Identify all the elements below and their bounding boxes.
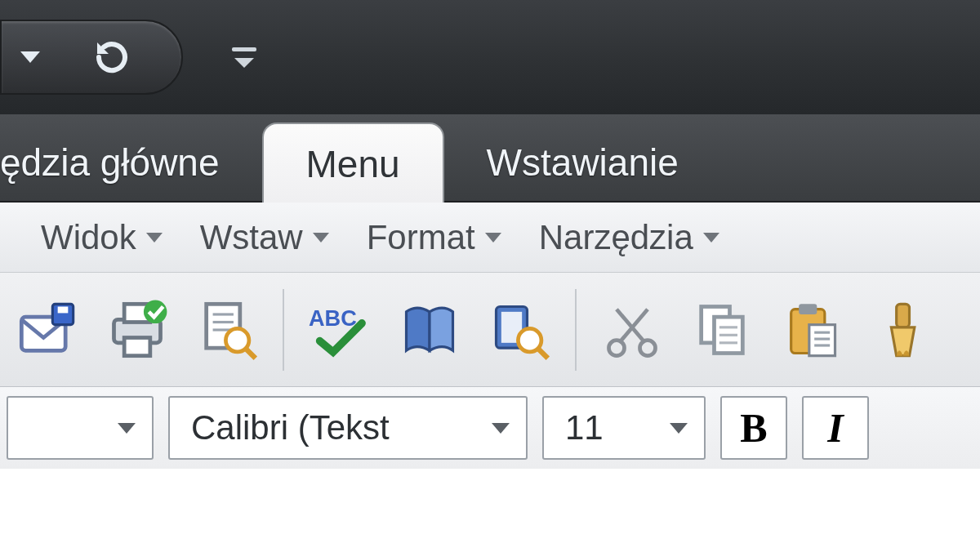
format-painter-button[interactable] [861, 285, 942, 375]
tab-insert[interactable]: Wstawianie [444, 122, 721, 201]
chevron-down-icon [118, 423, 136, 434]
book-magnifier-icon [488, 299, 550, 361]
save-send-button[interactable] [7, 285, 88, 375]
paste-icon [781, 299, 843, 361]
menu-insert-label: Wstaw [200, 218, 303, 257]
qat-dropdown-button[interactable] [2, 29, 59, 86]
copy-button[interactable] [681, 285, 763, 375]
chevron-down-icon [703, 233, 719, 243]
print-preview-button[interactable] [186, 285, 268, 375]
bold-button[interactable]: B [720, 396, 787, 460]
svg-point-19 [640, 340, 656, 355]
classic-menu-bar: Widok Wstaw Format Narzędzia [0, 203, 980, 273]
svg-line-20 [619, 309, 648, 342]
research-button[interactable] [389, 285, 470, 375]
font-name-combo[interactable]: Calibri (Tekst [168, 396, 528, 460]
menu-insert[interactable]: Wstaw [187, 213, 342, 262]
toolbar-separator [283, 289, 284, 371]
spellcheck-icon: ABC [309, 299, 371, 361]
chevron-down-icon [670, 423, 688, 434]
spellcheck-button[interactable]: ABC [299, 285, 381, 375]
chevron-down-icon [492, 423, 510, 434]
quick-print-button[interactable] [96, 285, 178, 375]
menu-view[interactable]: Widok [28, 213, 176, 262]
printer-check-icon [106, 299, 168, 361]
svg-rect-33 [897, 304, 910, 327]
tab-menu[interactable]: Menu [262, 122, 444, 203]
chevron-down-icon [234, 58, 254, 68]
page-magnifier-icon [196, 299, 258, 361]
formatting-toolbar: Calibri (Tekst 11 B I [0, 387, 980, 469]
chevron-down-icon [485, 233, 501, 243]
svg-line-12 [245, 348, 256, 358]
refresh-button[interactable] [83, 29, 140, 86]
menu-format-label: Format [367, 218, 475, 257]
chevron-down-icon [313, 233, 329, 243]
chevron-down-icon [20, 51, 40, 63]
books-icon [399, 299, 461, 361]
minimize-bar-icon [232, 47, 256, 51]
svg-text:ABC: ABC [309, 305, 357, 330]
font-size-value: 11 [565, 408, 604, 447]
chevron-down-icon [146, 233, 163, 243]
copy-icon [691, 299, 753, 361]
minimize-ribbon-button[interactable] [232, 47, 256, 68]
style-combo[interactable] [7, 396, 154, 460]
cut-button[interactable] [591, 285, 673, 375]
thesaurus-button[interactable] [479, 285, 560, 375]
font-size-combo[interactable]: 11 [542, 396, 706, 460]
svg-line-21 [617, 309, 645, 342]
svg-rect-28 [799, 304, 817, 314]
svg-line-17 [537, 348, 548, 358]
quick-access-toolbar [0, 20, 183, 95]
toolbar-separator [575, 289, 577, 371]
svg-rect-5 [124, 337, 150, 355]
scissors-icon [601, 299, 663, 361]
standard-toolbar: ABC [0, 273, 980, 387]
menu-view-label: Widok [41, 218, 136, 257]
italic-button[interactable]: I [802, 396, 869, 460]
menu-format[interactable]: Format [354, 213, 514, 262]
menu-tools-label: Narzędzia [539, 218, 693, 257]
font-name-value: Calibri (Tekst [191, 408, 390, 447]
envelope-save-icon [16, 299, 78, 361]
ribbon-tabstrip: ędzia główne Menu Wstawianie [0, 114, 980, 203]
svg-point-6 [144, 300, 167, 323]
svg-point-18 [609, 340, 625, 355]
refresh-icon [92, 38, 131, 77]
titlebar [0, 0, 980, 114]
paste-button[interactable] [771, 285, 853, 375]
paintbrush-icon [871, 299, 933, 361]
menu-tools[interactable]: Narzędzia [526, 213, 733, 262]
svg-rect-2 [58, 306, 69, 313]
tab-tools-main[interactable]: ędzia główne [0, 122, 262, 201]
